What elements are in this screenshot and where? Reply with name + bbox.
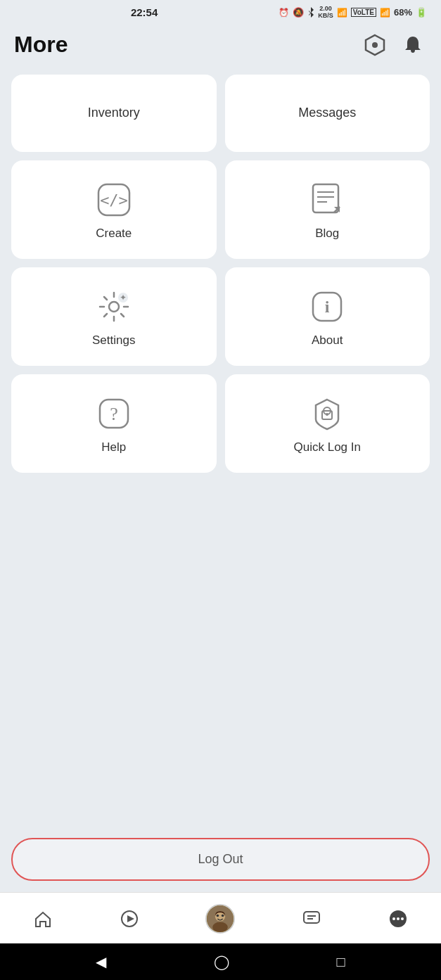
settings-label: Settings bbox=[92, 333, 135, 348]
recents-button[interactable]: □ bbox=[337, 954, 345, 970]
svg-point-30 bbox=[397, 917, 400, 920]
svg-point-31 bbox=[401, 917, 404, 920]
svg-text:</>: </> bbox=[100, 191, 128, 209]
svg-text:✦: ✦ bbox=[120, 293, 127, 303]
nav-chat[interactable] bbox=[290, 906, 333, 931]
create-icon: </> bbox=[96, 182, 132, 218]
bluetooth-icon bbox=[307, 7, 314, 18]
logout-button[interactable]: Log Out bbox=[11, 838, 430, 881]
svg-point-22 bbox=[213, 922, 229, 932]
svg-text:?: ? bbox=[110, 404, 118, 424]
help-card[interactable]: ? Help bbox=[11, 374, 217, 473]
row-3-grid: ✦ Settings i About bbox=[11, 267, 430, 366]
main-content: Inventory Messages </> Create bbox=[0, 69, 441, 832]
messages-label: Messages bbox=[298, 106, 356, 120]
top-grid: Inventory Messages bbox=[11, 75, 430, 152]
system-nav-bar: ◀ ◯ □ bbox=[0, 943, 441, 980]
avatar bbox=[205, 904, 235, 934]
nav-home[interactable] bbox=[22, 906, 64, 931]
svg-point-17 bbox=[326, 413, 328, 416]
quicklogin-card[interactable]: Quick Log In bbox=[225, 374, 430, 473]
wifi-icon: 📶 bbox=[337, 8, 347, 18]
create-card[interactable]: </> Create bbox=[11, 160, 217, 259]
svg-point-0 bbox=[372, 42, 378, 48]
svg-point-8 bbox=[109, 302, 119, 312]
home-icon bbox=[33, 909, 53, 929]
svg-rect-25 bbox=[304, 912, 319, 923]
settings-icon: ✦ bbox=[96, 288, 132, 325]
network-speed: 2.00KB/S bbox=[318, 6, 333, 20]
help-label: Help bbox=[101, 440, 126, 454]
svg-rect-3 bbox=[313, 184, 338, 212]
status-time: 22:54 bbox=[14, 6, 274, 18]
mute-icon: 🔕 bbox=[293, 7, 304, 18]
nav-avatar[interactable] bbox=[194, 901, 246, 936]
play-icon bbox=[120, 909, 139, 929]
quicklogin-label: Quick Log In bbox=[294, 440, 361, 454]
logout-section: Log Out bbox=[0, 832, 441, 892]
svg-point-29 bbox=[392, 917, 395, 920]
row-4-grid: ? Help Quick Log In bbox=[11, 374, 430, 473]
blog-card[interactable]: Blog bbox=[225, 160, 430, 259]
settings-card[interactable]: ✦ Settings bbox=[11, 267, 217, 366]
messages-card[interactable]: Messages bbox=[225, 75, 430, 152]
nav-play[interactable] bbox=[108, 906, 151, 931]
alarm-icon: ⏰ bbox=[279, 8, 289, 18]
signal-icon: 📶 bbox=[380, 8, 390, 18]
help-icon: ? bbox=[96, 395, 132, 432]
hexagon-button[interactable] bbox=[361, 31, 389, 59]
bell-icon bbox=[402, 34, 423, 56]
inventory-label: Inventory bbox=[88, 106, 140, 120]
volte-icon: VoLTE bbox=[351, 8, 376, 17]
inventory-card[interactable]: Inventory bbox=[11, 75, 217, 152]
svg-marker-19 bbox=[127, 915, 134, 922]
quicklogin-icon bbox=[309, 395, 345, 432]
battery-icon: 🔋 bbox=[416, 7, 427, 18]
svg-point-23 bbox=[217, 915, 219, 917]
row-2-grid: </> Create Blog bbox=[11, 160, 430, 259]
hexagon-icon bbox=[363, 33, 387, 57]
svg-text:i: i bbox=[325, 298, 330, 316]
battery-label: 68% bbox=[394, 7, 412, 18]
bell-button[interactable] bbox=[399, 31, 427, 59]
page-title: More bbox=[14, 32, 68, 58]
create-label: Create bbox=[96, 227, 132, 241]
header: More bbox=[0, 25, 441, 69]
header-icons bbox=[361, 31, 427, 59]
bottom-nav bbox=[0, 892, 441, 943]
status-icons: ⏰ 🔕 2.00KB/S 📶 VoLTE 📶 68% 🔋 bbox=[279, 6, 427, 20]
chat-icon bbox=[302, 909, 321, 929]
more-icon bbox=[388, 909, 408, 929]
about-icon: i bbox=[309, 288, 345, 325]
status-bar: 22:54 ⏰ 🔕 2.00KB/S 📶 VoLTE 📶 68% 🔋 bbox=[0, 0, 441, 25]
nav-more[interactable] bbox=[377, 906, 419, 931]
blog-icon bbox=[309, 182, 345, 218]
about-label: About bbox=[312, 333, 343, 348]
home-button[interactable]: ◯ bbox=[214, 953, 229, 970]
back-button[interactable]: ◀ bbox=[96, 953, 106, 970]
svg-point-24 bbox=[222, 915, 224, 917]
about-card[interactable]: i About bbox=[225, 267, 430, 366]
blog-label: Blog bbox=[315, 227, 339, 241]
